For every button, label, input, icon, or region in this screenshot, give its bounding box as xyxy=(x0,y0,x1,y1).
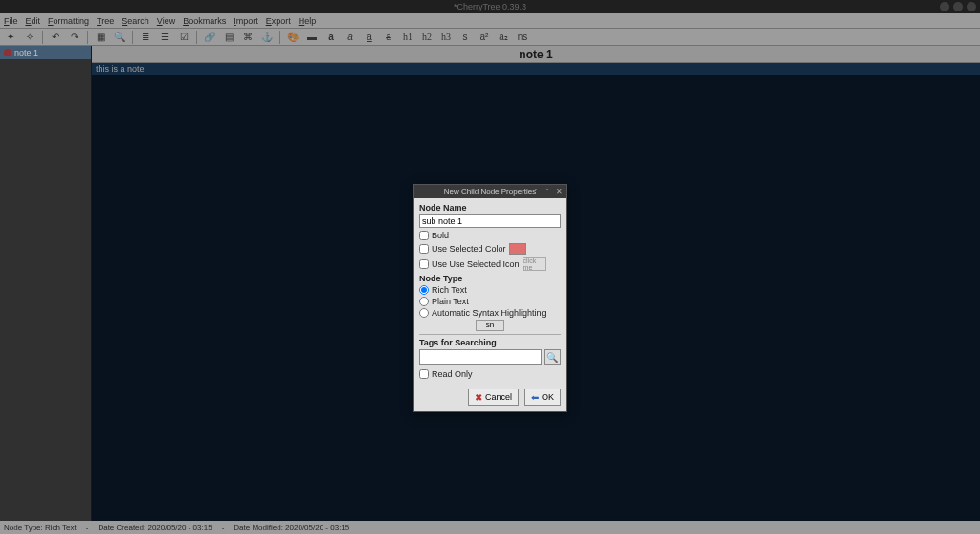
bold-checkbox[interactable] xyxy=(419,231,429,240)
dialog-titlebar[interactable]: New Child Node Properties ˅ ˄ ✕ xyxy=(414,185,566,198)
ok-icon: ⬅ xyxy=(531,392,539,403)
auto-syntax-label: Automatic Syntax Highlighting xyxy=(432,308,546,318)
pick-icon-button[interactable]: click me xyxy=(523,257,546,271)
plain-text-label: Plain Text xyxy=(432,297,469,306)
dialog-body: Node Name Bold Use Selected Color Use Us… xyxy=(414,198,566,385)
ok-button[interactable]: ⬅ OK xyxy=(524,389,561,406)
syntax-lang-select[interactable]: sh xyxy=(476,320,504,331)
use-color-label: Use Selected Color xyxy=(432,244,506,254)
rich-text-radio[interactable] xyxy=(419,285,429,295)
use-color-checkbox[interactable] xyxy=(419,244,429,254)
node-name-input[interactable] xyxy=(419,214,561,228)
dialog-close-icon[interactable]: ✕ xyxy=(554,187,564,196)
dialog-buttons: ✖ Cancel ⬅ OK xyxy=(414,385,566,411)
ok-button-label: OK xyxy=(542,392,554,402)
divider xyxy=(419,334,561,335)
dialog-up-icon[interactable]: ˄ xyxy=(543,187,552,196)
read-only-label: Read Only xyxy=(432,369,473,379)
node-name-label: Node Name xyxy=(419,203,561,212)
dialog-window-controls: ˅ ˄ ✕ xyxy=(531,187,564,196)
tags-input[interactable] xyxy=(419,349,542,365)
tags-search-button[interactable]: 🔍 xyxy=(544,349,561,365)
use-icon-checkbox[interactable] xyxy=(419,259,429,269)
cancel-icon: ✖ xyxy=(475,392,482,403)
use-icon-label: Use Use Selected Icon xyxy=(432,259,520,269)
color-swatch[interactable] xyxy=(509,243,526,255)
rich-text-label: Rich Text xyxy=(432,285,467,295)
read-only-checkbox[interactable] xyxy=(419,369,429,379)
new-child-node-dialog: New Child Node Properties ˅ ˄ ✕ Node Nam… xyxy=(413,184,567,412)
auto-syntax-radio[interactable] xyxy=(419,308,429,318)
search-icon: 🔍 xyxy=(546,352,558,363)
node-type-label: Node Type xyxy=(419,274,561,283)
bold-label: Bold xyxy=(432,231,449,240)
plain-text-radio[interactable] xyxy=(419,297,429,306)
tags-label: Tags for Searching xyxy=(419,338,561,347)
cancel-button-label: Cancel xyxy=(485,392,512,402)
dialog-shade-icon[interactable]: ˅ xyxy=(531,187,541,196)
cancel-button[interactable]: ✖ Cancel xyxy=(468,389,519,406)
dialog-title: New Child Node Properties xyxy=(444,188,537,196)
